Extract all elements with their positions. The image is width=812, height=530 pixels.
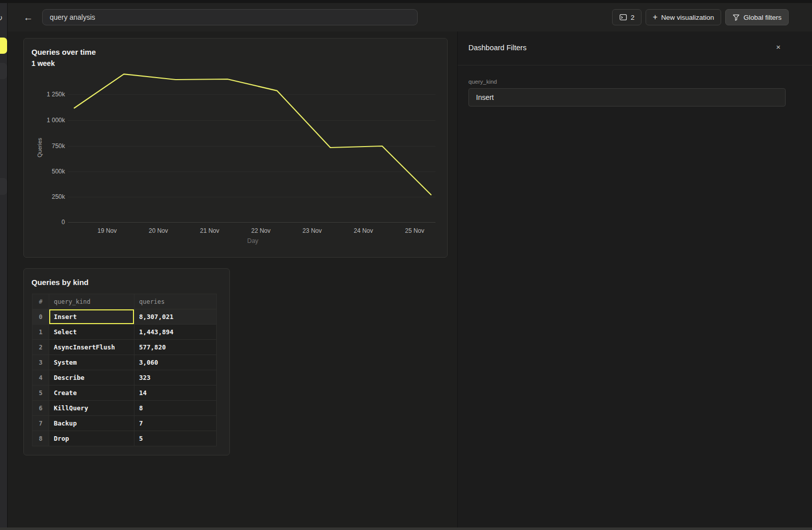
column-header-queries: queries: [134, 294, 217, 309]
x-tick: 20 Nov: [141, 227, 176, 234]
row-index: 8: [32, 431, 49, 446]
top-bar: ← 2 + New visualization Global filters: [8, 3, 812, 31]
x-tick: 23 Nov: [294, 227, 330, 234]
y-tick: 500k: [29, 168, 65, 175]
cell-queries[interactable]: 8: [134, 401, 217, 416]
table-row: 3 System 3,060: [32, 355, 217, 370]
funnel-icon: [732, 14, 740, 21]
dashboard-title-input[interactable]: [42, 9, 418, 25]
cell-queries[interactable]: 1,443,894: [134, 325, 217, 340]
y-tick: 750k: [29, 143, 65, 150]
y-tick: 250k: [29, 193, 65, 200]
console-count-label: 2: [631, 14, 635, 21]
y-tick: 1 000k: [29, 117, 65, 124]
x-tick: 19 Nov: [89, 227, 125, 234]
x-tick: 22 Nov: [243, 227, 279, 234]
table-row: 8 Drop 5: [32, 431, 217, 446]
window-bottom-edge: [0, 527, 812, 530]
sidebar-item[interactable]: [0, 63, 7, 79]
query-kind-filter-select[interactable]: Insert: [468, 88, 786, 107]
row-index: 2: [32, 340, 49, 355]
console-count-button[interactable]: 2: [612, 9, 642, 25]
queries-over-time-card: Queries over time 1 week Queries 1 250k …: [23, 38, 448, 258]
y-tick: 0: [29, 219, 65, 226]
table-row: 7 Backup 7: [32, 416, 217, 431]
x-tick: 21 Nov: [192, 227, 227, 234]
query-kind-filter-value: Insert: [476, 93, 494, 101]
cell-queries[interactable]: 3,060: [134, 355, 217, 370]
cell-queries[interactable]: 14: [134, 385, 217, 401]
cell-query-kind[interactable]: KillQuery: [49, 401, 134, 416]
back-button[interactable]: ←: [20, 12, 36, 23]
cell-query-kind[interactable]: Describe: [49, 370, 134, 385]
row-index: 3: [32, 355, 49, 370]
cell-query-kind[interactable]: Select: [49, 325, 134, 340]
column-header-query-kind: query_kind: [49, 294, 134, 309]
queries-by-kind-card: Queries by kind # query_kind queries 0 I…: [23, 268, 230, 455]
x-tick: 25 Nov: [397, 227, 432, 234]
cell-queries[interactable]: 8,307,021: [134, 309, 217, 325]
global-filters-button[interactable]: Global filters: [725, 9, 789, 25]
row-index: 5: [32, 385, 49, 401]
table-row: 2 AsyncInsertFlush 577,820: [32, 340, 217, 355]
sidebar-item-active[interactable]: [0, 38, 7, 54]
global-filters-label: Global filters: [743, 14, 782, 21]
table-row: 4 Describe 323: [32, 370, 217, 385]
row-index: 4: [32, 370, 49, 385]
x-axis-line: [68, 222, 435, 223]
left-sidebar: ↻: [0, 3, 8, 527]
cell-queries[interactable]: 5: [134, 431, 217, 446]
x-tick: 24 Nov: [346, 227, 381, 234]
plus-icon: +: [653, 13, 657, 22]
queries-by-kind-table: # query_kind queries 0 Insert 8,307,021 …: [32, 294, 217, 446]
panel-divider: [458, 65, 812, 65]
close-icon[interactable]: ×: [776, 43, 781, 51]
row-index: 0: [32, 309, 49, 325]
chart-title: Queries over time: [31, 48, 96, 56]
row-index: 7: [32, 416, 49, 431]
new-visualization-button[interactable]: + New visualization: [646, 9, 721, 25]
x-axis-label: Day: [235, 237, 270, 244]
table-row: 0 Insert 8,307,021: [32, 309, 217, 325]
y-tick: 1 250k: [29, 91, 65, 98]
table-title: Queries by kind: [31, 278, 89, 287]
cell-query-kind[interactable]: Create: [49, 385, 134, 401]
cell-queries[interactable]: 323: [134, 370, 217, 385]
filter-field-label: query_kind: [468, 79, 497, 85]
row-index: 6: [32, 401, 49, 416]
refresh-icon[interactable]: ↻: [0, 13, 3, 23]
dashboard-filters-panel: Dashboard Filters × query_kind Insert: [457, 31, 812, 530]
cell-query-kind[interactable]: Backup: [49, 416, 134, 431]
table-row: 6 KillQuery 8: [32, 401, 217, 416]
chart-subtitle: 1 week: [31, 59, 55, 67]
cell-queries[interactable]: 7: [134, 416, 217, 431]
terminal-icon: [619, 13, 627, 21]
column-header-index: #: [32, 294, 49, 309]
cell-query-kind-selected[interactable]: Insert: [49, 309, 134, 325]
table-row: 5 Create 14: [32, 385, 217, 401]
cell-queries[interactable]: 577,820: [134, 340, 217, 355]
sidebar-item[interactable]: [0, 178, 7, 195]
row-index: 1: [32, 325, 49, 340]
top-bar-actions: 2 + New visualization Global filters: [612, 9, 789, 25]
line-series-queries: [74, 74, 431, 195]
queries-line-chart: [68, 72, 435, 222]
filters-panel-title: Dashboard Filters: [468, 44, 526, 52]
cell-query-kind[interactable]: System: [49, 355, 134, 370]
table-header-row: # query_kind queries: [32, 294, 217, 309]
cell-query-kind[interactable]: Drop: [49, 431, 134, 446]
table-row: 1 Select 1,443,894: [32, 325, 217, 340]
new-visualization-label: New visualization: [661, 14, 714, 21]
cell-query-kind[interactable]: AsyncInsertFlush: [49, 340, 134, 355]
